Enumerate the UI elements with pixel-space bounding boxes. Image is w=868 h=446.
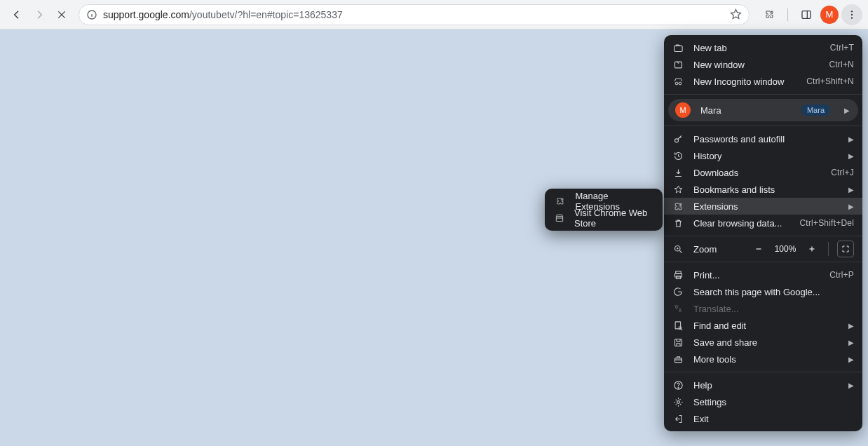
url-text: support.google.com/youtubetv/?hl=en#topi… [103, 9, 343, 20]
menu-translate: Translate... [664, 300, 862, 317]
zoom-icon [672, 244, 684, 255]
toolbar-right: M [758, 4, 862, 26]
svg-rect-21 [675, 321, 681, 328]
menu-button[interactable] [841, 4, 862, 25]
svg-rect-20 [676, 276, 680, 278]
download-icon [672, 168, 684, 178]
puzzle-icon [555, 196, 565, 206]
svg-point-11 [679, 82, 681, 85]
svg-rect-3 [802, 11, 811, 18]
chevron-right-icon: ▶ [848, 339, 854, 346]
menu-separator [664, 262, 862, 262]
svg-point-10 [675, 82, 678, 85]
document-search-icon [672, 320, 684, 331]
store-icon [555, 213, 564, 223]
menu-new-incognito[interactable]: New Incognito window Ctrl+Shift+N [664, 73, 862, 90]
stop-button[interactable] [50, 4, 73, 26]
chevron-right-icon: ▶ [848, 152, 854, 160]
profile-avatar-small: M [675, 102, 691, 118]
browser-toolbar: support.google.com/youtubetv/?hl=en#topi… [0, 0, 868, 29]
svg-point-22 [679, 326, 681, 329]
extensions-button[interactable] [758, 4, 780, 26]
menu-bookmarks[interactable]: Bookmarks and lists ▶ [664, 181, 862, 198]
panel-icon [801, 9, 812, 20]
menu-clear-data[interactable]: Clear browsing data... Ctrl+Shift+Del [664, 215, 862, 231]
zoom-out-button[interactable] [751, 241, 766, 257]
svg-point-7 [851, 17, 853, 18]
exit-icon [672, 414, 684, 424]
menu-extensions[interactable]: Extensions ▶ [664, 198, 862, 215]
forward-button[interactable] [28, 4, 50, 26]
site-info-icon[interactable] [86, 9, 97, 20]
menu-more-tools[interactable]: More tools ▶ [664, 351, 862, 367]
fullscreen-button[interactable] [837, 241, 854, 257]
menu-history[interactable]: History ▶ [664, 147, 862, 164]
star-icon [672, 184, 684, 195]
svg-rect-8 [674, 46, 681, 51]
chevron-right-icon: ▶ [848, 186, 854, 194]
save-icon [672, 337, 684, 348]
svg-point-6 [851, 13, 853, 15]
chrome-menu: New tab Ctrl+T New window Ctrl+N New Inc… [664, 35, 862, 431]
svg-point-5 [851, 11, 853, 12]
menu-passwords[interactable]: Passwords and autofill ▶ [664, 130, 862, 147]
toolbox-icon [672, 354, 684, 365]
chevron-right-icon: ▶ [844, 107, 850, 114]
svg-point-13 [674, 138, 678, 142]
gear-icon [672, 397, 684, 407]
menu-help[interactable]: Help ▶ [664, 377, 862, 393]
menu-separator [664, 94, 862, 95]
puzzle-icon [672, 201, 684, 212]
toolbar-divider [787, 8, 788, 21]
menu-new-tab[interactable]: New tab Ctrl+T [664, 39, 862, 56]
dots-vertical-icon [846, 9, 857, 20]
fullscreen-icon [841, 245, 850, 253]
menu-separator [664, 372, 862, 372]
profile-avatar[interactable]: M [820, 6, 839, 24]
zoom-divider [828, 242, 829, 256]
side-panel-button[interactable] [795, 4, 818, 26]
incognito-icon [672, 76, 684, 87]
menu-search-page[interactable]: Search this page with Google... [664, 283, 862, 300]
svg-rect-28 [556, 217, 562, 222]
back-button[interactable] [6, 4, 28, 26]
svg-point-27 [677, 400, 679, 403]
menu-separator [664, 236, 862, 236]
menu-zoom: Zoom 100% [664, 241, 862, 257]
address-bar[interactable]: support.google.com/youtubetv/?hl=en#topi… [79, 4, 750, 25]
menu-print[interactable]: Print... Ctrl+P [664, 266, 862, 283]
menu-exit[interactable]: Exit [664, 410, 862, 427]
translate-icon [672, 304, 684, 314]
close-icon [57, 10, 67, 20]
menu-separator [664, 126, 862, 126]
extensions-submenu: Manage Extensions Visit Chrome Web Store [545, 189, 663, 231]
menu-downloads[interactable]: Downloads Ctrl+J [664, 164, 862, 181]
menu-find-edit[interactable]: Find and edit ▶ [664, 317, 862, 334]
chevron-right-icon: ▶ [848, 356, 854, 363]
zoom-in-button[interactable] [804, 241, 820, 257]
menu-new-window[interactable]: New window Ctrl+N [664, 56, 862, 73]
arrow-left-icon [11, 9, 22, 20]
svg-rect-24 [674, 358, 681, 362]
history-icon [672, 151, 684, 161]
puzzle-icon [764, 8, 775, 20]
google-icon [672, 287, 684, 297]
print-icon [672, 270, 684, 281]
trash-icon [672, 218, 684, 229]
arrow-right-icon [34, 9, 45, 20]
chevron-right-icon: ▶ [848, 135, 854, 143]
window-icon [672, 60, 684, 70]
bookmark-star-icon[interactable] [730, 8, 742, 20]
menu-save-share[interactable]: Save and share ▶ [664, 334, 862, 351]
tab-icon [672, 43, 684, 53]
svg-rect-23 [674, 339, 681, 346]
menu-profile[interactable]: M Mara Mara ▶ [668, 99, 858, 121]
profile-badge: Mara [801, 104, 830, 116]
chevron-right-icon: ▶ [848, 322, 854, 330]
svg-point-26 [678, 387, 679, 388]
menu-settings[interactable]: Settings [664, 393, 862, 410]
zoom-value: 100% [773, 244, 797, 254]
help-icon [672, 380, 684, 391]
submenu-web-store[interactable]: Visit Chrome Web Store [545, 210, 663, 227]
chevron-right-icon: ▶ [848, 381, 854, 389]
